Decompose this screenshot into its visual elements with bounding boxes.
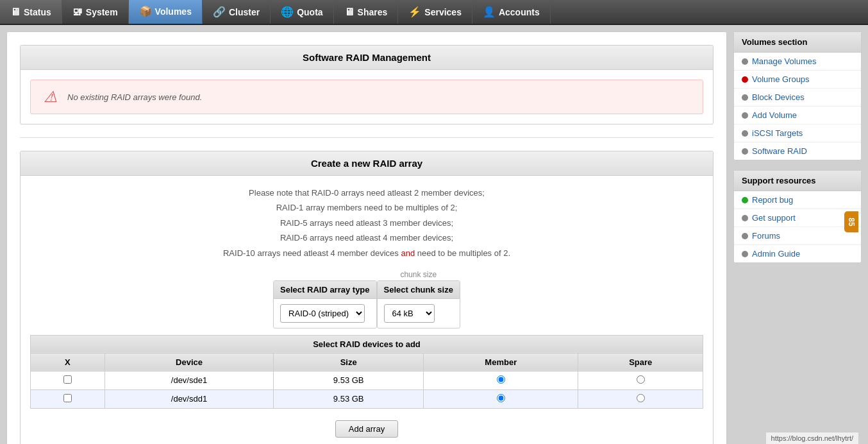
- sidebar: Volumes section Manage Volumes Volume Gr…: [733, 31, 862, 444]
- tab-system-label: System: [86, 7, 118, 17]
- tab-quota-label: Quota: [297, 7, 322, 17]
- add-array-button[interactable]: Add array: [335, 420, 398, 438]
- tab-services-label: Services: [424, 7, 462, 17]
- device-member-radio-0[interactable]: [497, 375, 505, 384]
- create-raid-body: Please note that RAID-0 arrays need atle…: [21, 176, 713, 444]
- tab-quota[interactable]: 🌐 Quota: [271, 0, 333, 24]
- volumes-icon: 📦: [139, 5, 152, 17]
- col-header-member: Member: [424, 353, 578, 371]
- chunk-size-header: Select chunk size: [378, 281, 460, 299]
- col-header-x: X: [31, 353, 105, 371]
- device-name-1: /dev/sdd1: [104, 389, 273, 408]
- sidebar-item-admin-guide[interactable]: Admin Guide: [734, 245, 861, 262]
- sidebar-item-volume-groups[interactable]: Volume Groups: [734, 71, 861, 89]
- sidebar-support-title: Support resources: [734, 171, 861, 191]
- sidebar-item-get-support[interactable]: Get support: [734, 209, 861, 227]
- sidebar-item-iscsi-targets-label: iSCSI Targets: [752, 128, 803, 138]
- admin-guide-dot: [742, 251, 748, 257]
- raid-info: Please note that RAID-0 arrays need atle…: [30, 185, 703, 260]
- devices-header: Select RAID devices to add: [31, 335, 703, 353]
- services-icon: ⚡: [408, 6, 421, 18]
- accounts-icon: 👤: [483, 6, 496, 18]
- sidebar-item-iscsi-targets[interactable]: iSCSI Targets: [734, 124, 861, 142]
- add-volume-dot: [742, 112, 748, 119]
- system-icon: 🖳: [72, 6, 83, 18]
- quota-icon: 🌐: [281, 6, 294, 18]
- tab-shares-label: Shares: [358, 7, 388, 17]
- report-bug-dot: [742, 197, 748, 203]
- chunk-size-label: chunk size: [377, 270, 460, 279]
- table-row: /dev/sdd1 9.53 GB: [31, 389, 703, 408]
- sidebar-item-report-bug-label: Report bug: [752, 195, 793, 205]
- create-raid-header: Create a new RAID array: [21, 151, 713, 176]
- tab-volumes-label: Volumes: [155, 6, 192, 17]
- volume-groups-dot: [742, 76, 748, 83]
- raid-management-panel: Software RAID Management ⚠ No existing R…: [20, 45, 714, 124]
- url-bar: https://blog.csdn.net/lhytrt/: [766, 432, 858, 444]
- feedback-bubble[interactable]: 85: [844, 211, 858, 232]
- col-header-size: Size: [274, 353, 424, 371]
- col-header-spare: Spare: [578, 353, 703, 371]
- devices-table: Select RAID devices to add X Device Size…: [30, 335, 703, 409]
- tab-status[interactable]: 🖥 Status: [0, 0, 62, 24]
- device-checkbox-0[interactable]: [63, 375, 72, 384]
- manage-volumes-dot: [742, 58, 748, 65]
- device-size-1: 9.53 GB: [274, 389, 424, 408]
- tab-volumes[interactable]: 📦 Volumes: [129, 0, 203, 24]
- sidebar-item-block-devices-label: Block Devices: [752, 92, 805, 102]
- sidebar-volumes-title: Volumes section: [734, 32, 861, 53]
- raid-type-container: Select RAID array type RAID-0 (striped) …: [273, 280, 376, 329]
- sidebar-item-add-volume[interactable]: Add Volume: [734, 107, 861, 124]
- sidebar-item-report-bug[interactable]: Report bug: [734, 191, 861, 209]
- sidebar-item-software-raid[interactable]: Software RAID: [734, 142, 861, 160]
- device-checkbox-1[interactable]: [63, 394, 72, 402]
- chunk-size-container: Select chunk size 64 kB 128 kB 256 kB: [377, 280, 460, 329]
- raid-management-header: Software RAID Management: [21, 46, 713, 70]
- tab-system[interactable]: 🖳 System: [62, 0, 129, 24]
- software-raid-dot: [742, 148, 748, 155]
- tab-cluster-label: Cluster: [229, 7, 260, 17]
- sidebar-item-add-volume-label: Add Volume: [752, 110, 797, 120]
- forums-dot: [742, 233, 748, 239]
- no-raid-alert: ⚠ No existing RAID arrays were found.: [30, 80, 703, 114]
- shares-icon: 🖥: [344, 6, 355, 18]
- col-header-device: Device: [104, 353, 273, 371]
- sidebar-item-get-support-label: Get support: [752, 213, 796, 223]
- sidebar-item-block-devices[interactable]: Block Devices: [734, 89, 861, 107]
- device-spare-radio-1[interactable]: [637, 394, 645, 402]
- warning-icon: ⚠: [44, 88, 58, 106]
- sidebar-item-forums-label: Forums: [752, 231, 780, 241]
- tab-accounts[interactable]: 👤 Accounts: [472, 0, 551, 24]
- cluster-icon: 🔗: [213, 6, 226, 18]
- create-raid-panel: Create a new RAID array Please note that…: [20, 151, 714, 444]
- raid-type-select[interactable]: RAID-0 (striped) RAID-1 (mirror) RAID-5 …: [280, 304, 365, 323]
- device-name-0: /dev/sde1: [104, 371, 273, 389]
- raid-management-body: ⚠ No existing RAID arrays were found.: [21, 70, 713, 124]
- table-row: /dev/sde1 9.53 GB: [31, 371, 703, 389]
- sidebar-support-section: Support resources Report bug Get support…: [733, 170, 862, 263]
- iscsi-targets-dot: [742, 130, 748, 137]
- tab-status-label: Status: [24, 7, 51, 17]
- status-icon: 🖥: [10, 6, 21, 18]
- sidebar-item-manage-volumes[interactable]: Manage Volumes: [734, 53, 861, 71]
- tab-services[interactable]: ⚡ Services: [398, 0, 472, 24]
- device-size-0: 9.53 GB: [274, 371, 424, 389]
- chunk-size-select[interactable]: 64 kB 128 kB 256 kB: [384, 304, 435, 323]
- device-spare-radio-0[interactable]: [637, 375, 645, 384]
- tab-shares[interactable]: 🖥 Shares: [334, 0, 399, 24]
- sidebar-item-software-raid-label: Software RAID: [752, 146, 807, 156]
- sidebar-volumes-section: Volumes section Manage Volumes Volume Gr…: [733, 31, 862, 160]
- content-area: Software RAID Management ⚠ No existing R…: [6, 31, 727, 444]
- sidebar-item-manage-volumes-label: Manage Volumes: [752, 56, 816, 66]
- top-navigation: 🖥 Status 🖳 System 📦 Volumes 🔗 Cluster 🌐 …: [0, 0, 868, 25]
- raid-type-header: Select RAID array type: [274, 281, 376, 299]
- device-member-radio-1[interactable]: [497, 394, 505, 402]
- tab-cluster[interactable]: 🔗 Cluster: [203, 0, 271, 24]
- get-support-dot: [742, 215, 748, 221]
- sidebar-item-forums[interactable]: Forums: [734, 227, 861, 245]
- sidebar-item-volume-groups-label: Volume Groups: [752, 74, 810, 84]
- sidebar-item-admin-guide-label: Admin Guide: [752, 249, 800, 259]
- block-devices-dot: [742, 94, 748, 101]
- tab-accounts-label: Accounts: [499, 7, 540, 17]
